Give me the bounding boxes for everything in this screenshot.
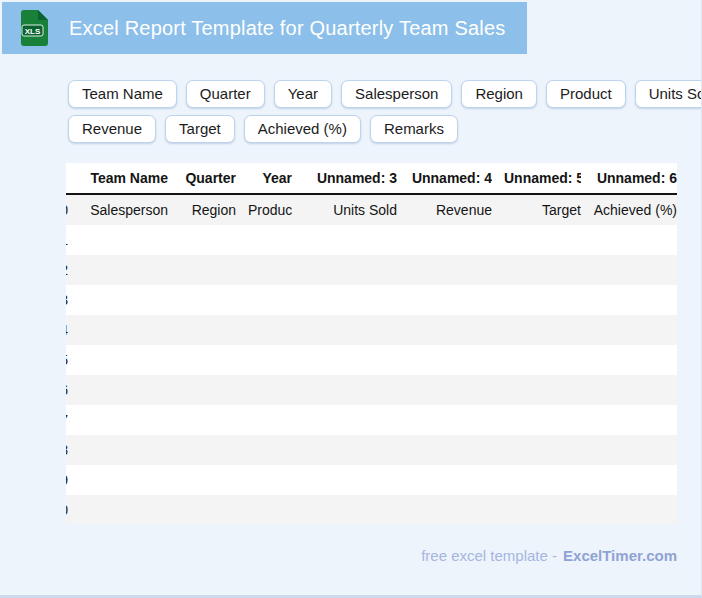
cell <box>236 405 292 435</box>
cell <box>236 435 292 465</box>
cell <box>581 375 677 405</box>
cell <box>168 285 236 315</box>
cell <box>68 225 168 255</box>
cell <box>168 375 236 405</box>
cell <box>397 495 492 524</box>
table-row-2: 2 <box>66 255 677 285</box>
field-chip-units-sold[interactable]: Units Sold <box>635 80 702 108</box>
table-row-6: 6 <box>66 375 677 405</box>
page: XLS Excel Report Template for Quarterly … <box>0 0 702 598</box>
cell <box>581 405 677 435</box>
cell <box>292 345 397 375</box>
cell <box>397 435 492 465</box>
cell <box>236 495 292 524</box>
cell <box>68 405 168 435</box>
cell <box>292 225 397 255</box>
column-header-unnamed-3: Unnamed: 3 <box>292 163 397 194</box>
cell <box>168 405 236 435</box>
table-row-3: 3 <box>66 285 677 315</box>
cell <box>492 495 581 524</box>
cell <box>581 315 677 345</box>
field-chip-revenue[interactable]: Revenue <box>68 115 156 143</box>
table-row-9: 9 <box>66 465 677 495</box>
cell <box>236 225 292 255</box>
cell <box>492 405 581 435</box>
header-bar: XLS Excel Report Template for Quarterly … <box>2 2 527 54</box>
cell <box>236 285 292 315</box>
cell <box>492 255 581 285</box>
field-chip-quarter[interactable]: Quarter <box>186 80 265 108</box>
column-header-unnamed-6: Unnamed: 6 <box>581 163 677 194</box>
cell <box>397 375 492 405</box>
cell <box>292 375 397 405</box>
xls-icon-label: XLS <box>25 27 41 36</box>
cell <box>168 495 236 524</box>
cell <box>292 465 397 495</box>
cell <box>581 225 677 255</box>
cell <box>292 405 397 435</box>
table-row-0: 0SalespersonRegionProductUnits SoldReven… <box>66 194 677 225</box>
data-table: Team NameQuarterYearUnnamed: 3Unnamed: 4… <box>66 163 677 524</box>
cell <box>168 255 236 285</box>
field-chip-team-name[interactable]: Team Name <box>68 80 177 108</box>
field-chip-year[interactable]: Year <box>274 80 332 108</box>
cell <box>397 345 492 375</box>
field-chip-remarks[interactable]: Remarks <box>370 115 458 143</box>
table-row-5: 5 <box>66 345 677 375</box>
cell <box>397 405 492 435</box>
field-chip-list: Team NameQuarterYearSalespersonRegionPro… <box>68 80 674 143</box>
cell <box>292 285 397 315</box>
column-header-quarter: Quarter <box>168 163 236 194</box>
cell <box>168 465 236 495</box>
cell <box>292 255 397 285</box>
footer-brand-link[interactable]: ExcelTimer.com <box>563 547 677 564</box>
cell <box>292 315 397 345</box>
cell: Product <box>236 194 292 225</box>
footer: free excel template -ExcelTimer.com <box>421 547 677 564</box>
cell <box>68 255 168 285</box>
cell: Salesperson <box>68 194 168 225</box>
field-chip-region[interactable]: Region <box>461 80 537 108</box>
cell <box>492 435 581 465</box>
cell <box>397 285 492 315</box>
cell <box>68 315 168 345</box>
cell <box>581 345 677 375</box>
cell <box>492 315 581 345</box>
cell <box>68 435 168 465</box>
field-chip-target[interactable]: Target <box>165 115 235 143</box>
cell <box>492 225 581 255</box>
cell <box>397 465 492 495</box>
footer-text: free excel template - <box>421 547 557 564</box>
cell <box>68 495 168 524</box>
cell <box>581 285 677 315</box>
cell <box>492 375 581 405</box>
field-chip-achieved[interactable]: Achieved (%) <box>244 115 361 143</box>
cell <box>292 435 397 465</box>
cell <box>236 345 292 375</box>
cell <box>292 495 397 524</box>
field-chip-product[interactable]: Product <box>546 80 626 108</box>
cell <box>397 225 492 255</box>
cell <box>397 255 492 285</box>
column-header-year: Year <box>236 163 292 194</box>
field-chip-salesperson[interactable]: Salesperson <box>341 80 452 108</box>
spreadsheet-preview: Team NameQuarterYearUnnamed: 3Unnamed: 4… <box>66 163 678 524</box>
cell <box>581 435 677 465</box>
cell <box>236 315 292 345</box>
table-row-1: 1 <box>66 225 677 255</box>
cell <box>68 345 168 375</box>
cell: Achieved (%) <box>581 194 677 225</box>
cell: Revenue <box>397 194 492 225</box>
xls-file-icon: XLS <box>20 9 49 47</box>
column-header-unnamed-5: Unnamed: 5 <box>492 163 581 194</box>
table-row-4: 4 <box>66 315 677 345</box>
cell <box>236 375 292 405</box>
cell <box>492 345 581 375</box>
cell <box>68 465 168 495</box>
page-title: Excel Report Template for Quarterly Team… <box>69 17 505 40</box>
column-header-unnamed-4: Unnamed: 4 <box>397 163 492 194</box>
table-row-10: 10 <box>66 495 677 524</box>
cell <box>581 495 677 524</box>
field-chip-row-1: Team NameQuarterYearSalespersonRegionPro… <box>68 80 674 108</box>
cell <box>397 315 492 345</box>
